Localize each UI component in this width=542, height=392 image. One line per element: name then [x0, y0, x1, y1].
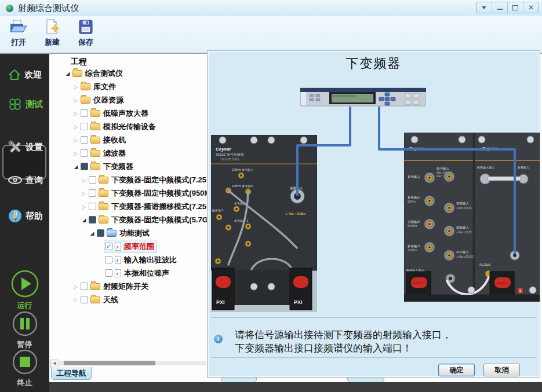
tree-checkbox[interactable] [105, 269, 112, 277]
sidebar-item-help[interactable]: 帮助 [0, 207, 49, 225]
tree-item[interactable]: 模拟光传输设备 [80, 120, 158, 133]
tree-item[interactable]: 综合测试仪 [72, 67, 125, 79]
tree-item[interactable]: 下变频器-频谱搬移模式(7.25 [88, 200, 209, 213]
tree-item[interactable]: 库文件 [80, 80, 118, 93]
sidebar-item-welcome[interactable]: 欢迎 [0, 66, 49, 83]
svg-text:点频输出: 点频输出 [408, 220, 420, 224]
tree-item-label: 下变频器-固定中频模式(950M [111, 188, 210, 199]
svg-text:调幅输入: 调幅输入 [456, 226, 470, 230]
open-button[interactable]: 打开 [3, 16, 34, 47]
tree-checkbox[interactable] [89, 203, 96, 210]
folder-icon [99, 203, 108, 210]
new-document-icon [42, 19, 62, 36]
tree-checkbox[interactable] [81, 296, 88, 303]
tree-checkbox[interactable] [89, 176, 96, 184]
dialog-message: 请将信号源输出接待测下变频器的射频输入接口， 下变频器输出接口接频谱仪的输入端口… [235, 328, 525, 355]
tree-item-label: 下变频器-固定中频模式(7.25 [111, 175, 206, 185]
tree-checkbox[interactable] [89, 216, 96, 224]
svg-text:Ceyear: Ceyear [216, 146, 232, 152]
tree-checkbox[interactable] [81, 109, 88, 117]
tree-checkbox[interactable] [81, 149, 88, 157]
latch-right: PRESS [490, 272, 514, 298]
pause-button[interactable]: 暂停 [0, 310, 49, 350]
tree-item-label: 天线 [103, 295, 118, 305]
ok-button[interactable]: 确定 [438, 364, 475, 376]
expand-icon[interactable] [72, 292, 80, 307]
maximize-button[interactable] [508, 2, 523, 13]
collapse-icon[interactable] [80, 213, 88, 227]
signal-source-photo [300, 85, 426, 109]
expand-icon[interactable] [72, 146, 80, 160]
save-button[interactable]: 保存 [71, 16, 101, 47]
tree-checkbox[interactable] [81, 123, 88, 130]
expand-icon[interactable] [72, 93, 80, 107]
expand-icon[interactable] [72, 133, 80, 147]
tab-project-navigation[interactable]: 工程导航 [51, 367, 92, 380]
run-button[interactable]: 运行 [0, 269, 49, 311]
message-line-1: 请将信号源输出接待测下变频器的射频输入接口， [235, 328, 525, 342]
stop-label: 终止 [0, 378, 49, 388]
folder-icon [90, 110, 100, 117]
expand-icon[interactable] [72, 106, 80, 120]
clover-icon [8, 97, 23, 112]
expand-icon[interactable] [72, 79, 80, 94]
cancel-button[interactable]: 取消 [483, 364, 520, 376]
tree-item[interactable]: 下变频器-固定中频模式(7.25 [88, 174, 209, 186]
expand-icon[interactable] [72, 279, 80, 294]
svg-text:⚠ Max +30dBm: ⚠ Max +30dBm [285, 212, 305, 215]
expand-icon[interactable] [80, 173, 88, 187]
expand-icon[interactable] [80, 199, 88, 214]
sidebar-item-settings[interactable]: 设置 [0, 138, 49, 156]
expand-icon[interactable] [72, 119, 80, 134]
sidebar-item-test[interactable]: 测试 [0, 96, 49, 113]
tree-checkbox[interactable] [105, 256, 112, 263]
new-button[interactable]: 新建 [37, 16, 67, 47]
signal-analyzer-photo: Ceyear 6951E 信号分析仪 10Hz-26.5GHz 10MHz 参考… [211, 135, 317, 312]
tree-item[interactable]: 下变频器-固定中频模式(950M [88, 187, 213, 199]
tree-item[interactable]: 天线 [80, 294, 121, 306]
scrollbar-thumb[interactable] [64, 361, 155, 365]
tree-checkbox[interactable] [97, 229, 104, 237]
tree-item[interactable]: 滤波器 [80, 147, 128, 159]
tree-item[interactable]: ✓频率范围 [104, 240, 157, 252]
tree-checkbox[interactable]: ✓ [105, 243, 112, 250]
separator-top [211, 317, 536, 318]
sidebar-item-query[interactable]: 查询 [0, 171, 49, 189]
folder-icon [99, 190, 108, 197]
tree-item[interactable]: 功能测试 [96, 227, 152, 239]
scroll-left-button[interactable]: ◄ [50, 360, 59, 368]
svg-text:脉冲输入: 脉冲输入 [436, 167, 450, 171]
tree-item[interactable]: 下变频器-固定中频模式(5.7G [88, 214, 210, 226]
tree-item[interactable]: 接收机 [80, 134, 128, 146]
tree-item-label: 仪器资源 [93, 95, 123, 105]
close-button[interactable]: ✕ [523, 2, 539, 13]
collapse-icon[interactable] [72, 159, 80, 174]
collapse-icon[interactable] [88, 226, 96, 240]
eye-icon [8, 175, 23, 185]
minimize-button[interactable] [492, 2, 508, 13]
tree-item[interactable]: 低噪声放大器 [80, 107, 151, 119]
downconverter-dialog: 下变频器 Ceyear [207, 50, 540, 378]
sidebar: 欢迎 测试 设置 查询 帮助 [0, 54, 49, 392]
collapse-icon[interactable] [64, 66, 72, 80]
stop-button[interactable]: 终止 [0, 349, 49, 388]
tree-item[interactable]: 本振相位噪声 [104, 267, 172, 279]
tree-item[interactable]: 下变频器 [80, 160, 136, 173]
tree-item[interactable]: 输入输出驻波比 [104, 254, 179, 266]
tree-item-label: 下变频器 [103, 162, 133, 172]
expand-icon[interactable] [80, 186, 88, 200]
tree-checkbox[interactable] [81, 283, 88, 290]
tree-item[interactable]: 仪器资源 [80, 94, 126, 106]
tree-checkbox[interactable] [81, 136, 88, 144]
tree-item[interactable]: 射频矩阵开关 [80, 280, 151, 292]
folder-icon [90, 283, 100, 290]
tree-checkbox[interactable] [81, 163, 88, 170]
svg-text:射频放大输出: 射频放大输出 [477, 166, 494, 170]
window-menu-button[interactable] [476, 2, 492, 13]
svg-text:PRESS: PRESS [413, 281, 424, 285]
tree-checkbox[interactable] [89, 189, 96, 197]
test-item-icon [115, 269, 121, 277]
tree-item-label: 下变频器-频谱搬移模式(7.25 [111, 202, 206, 212]
title-bar: 射频综合测试仪 ✕ [0, 0, 542, 16]
folder-icon [90, 296, 100, 303]
